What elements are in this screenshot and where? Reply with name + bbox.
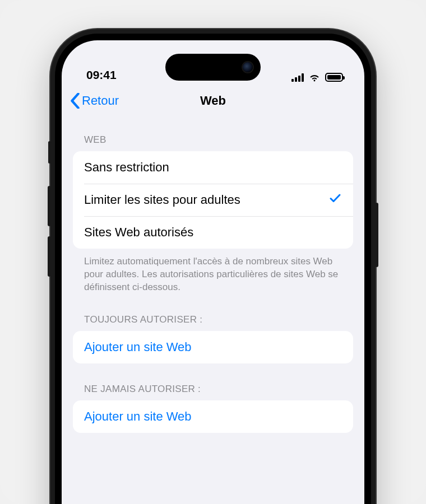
option-limit-adult[interactable]: Limiter les sites pour adultes	[73, 184, 353, 216]
section-header-allow: TOUJOURS AUTORISER :	[73, 309, 353, 331]
option-label: Sites Web autorisés	[84, 225, 193, 240]
add-website-allow-button[interactable]: Ajouter un site Web	[73, 331, 353, 363]
option-label: Sans restriction	[84, 160, 169, 175]
option-label: Limiter les sites pour adultes	[84, 193, 240, 207]
screen: 09:41	[62, 40, 364, 504]
option-allowed-only[interactable]: Sites Web autorisés	[73, 216, 353, 249]
web-options-group: Sans restriction Limiter les sites pour …	[73, 151, 353, 249]
chevron-left-icon	[70, 93, 81, 109]
back-label: Retour	[82, 94, 119, 108]
cellular-icon	[291, 73, 304, 82]
add-website-never-button[interactable]: Ajouter un site Web	[73, 400, 353, 433]
add-website-label: Ajouter un site Web	[84, 409, 192, 424]
volume-up-button[interactable]	[48, 186, 51, 226]
mute-switch[interactable]	[48, 141, 51, 164]
section-footer-web: Limitez automatiquement l'accès à de nom…	[73, 249, 353, 294]
wifi-icon	[308, 73, 321, 82]
section-header-web: WEB	[73, 129, 353, 151]
section-header-never: NE JAMAIS AUTORISER :	[73, 378, 353, 400]
volume-down-button[interactable]	[48, 236, 51, 277]
nav-bar: Retour Web	[62, 85, 364, 116]
front-camera-icon	[243, 62, 253, 72]
always-allow-group: Ajouter un site Web	[73, 331, 353, 363]
page-title: Web	[200, 94, 226, 108]
status-time: 09:41	[86, 68, 117, 82]
back-button[interactable]: Retour	[70, 93, 119, 109]
checkmark-icon	[328, 192, 342, 208]
option-unrestricted[interactable]: Sans restriction	[73, 151, 353, 184]
battery-icon	[325, 73, 343, 82]
power-button[interactable]	[375, 203, 378, 267]
never-allow-group: Ajouter un site Web	[73, 400, 353, 433]
dynamic-island	[165, 54, 261, 81]
add-website-label: Ajouter un site Web	[84, 340, 192, 354]
phone-frame: 09:41	[50, 29, 376, 504]
